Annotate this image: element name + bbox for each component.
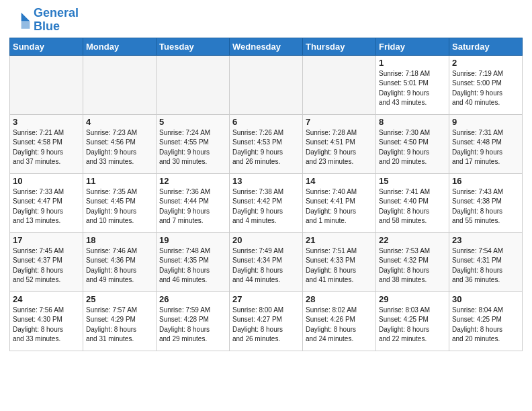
day-cell <box>230 55 303 114</box>
day-info: Sunrise: 7:46 AM Sunset: 4:36 PM Dayligh… <box>86 246 153 285</box>
day-number: 14 <box>306 176 373 186</box>
day-number: 13 <box>232 176 300 186</box>
day-cell: 19Sunrise: 7:48 AM Sunset: 4:35 PM Dayli… <box>157 232 230 291</box>
day-number: 5 <box>159 117 226 127</box>
day-cell: 25Sunrise: 7:57 AM Sunset: 4:29 PM Dayli… <box>83 291 157 351</box>
weekday-monday: Monday <box>83 38 157 55</box>
day-cell: 22Sunrise: 7:53 AM Sunset: 4:32 PM Dayli… <box>376 232 449 291</box>
day-cell: 23Sunrise: 7:54 AM Sunset: 4:31 PM Dayli… <box>449 232 523 291</box>
day-info: Sunrise: 7:26 AM Sunset: 4:53 PM Dayligh… <box>232 128 300 167</box>
day-cell: 28Sunrise: 8:02 AM Sunset: 4:26 PM Dayli… <box>303 291 376 351</box>
day-cell: 13Sunrise: 7:38 AM Sunset: 4:42 PM Dayli… <box>230 173 303 232</box>
day-number: 19 <box>159 235 226 245</box>
day-cell: 9Sunrise: 7:31 AM Sunset: 4:48 PM Daylig… <box>449 114 523 173</box>
page: General Blue SundayMondayTuesdayWednesda… <box>0 0 532 361</box>
day-number: 6 <box>232 117 300 127</box>
day-cell: 27Sunrise: 8:00 AM Sunset: 4:27 PM Dayli… <box>230 291 303 351</box>
day-cell: 2Sunrise: 7:19 AM Sunset: 5:00 PM Daylig… <box>449 55 523 114</box>
day-info: Sunrise: 8:03 AM Sunset: 4:25 PM Dayligh… <box>379 306 446 345</box>
day-cell: 7Sunrise: 7:28 AM Sunset: 4:51 PM Daylig… <box>303 114 376 173</box>
day-number: 9 <box>452 117 519 127</box>
weekday-thursday: Thursday <box>303 38 376 55</box>
day-info: Sunrise: 7:40 AM Sunset: 4:41 PM Dayligh… <box>306 187 373 226</box>
day-number: 11 <box>86 176 153 186</box>
day-cell: 17Sunrise: 7:45 AM Sunset: 4:37 PM Dayli… <box>10 232 83 291</box>
day-number: 7 <box>306 117 373 127</box>
weekday-friday: Friday <box>376 38 449 55</box>
day-info: Sunrise: 7:28 AM Sunset: 4:51 PM Dayligh… <box>306 128 373 167</box>
day-cell: 14Sunrise: 7:40 AM Sunset: 4:41 PM Dayli… <box>303 173 376 232</box>
day-info: Sunrise: 7:48 AM Sunset: 4:35 PM Dayligh… <box>159 246 226 285</box>
svg-marker-0 <box>21 13 30 21</box>
day-number: 15 <box>379 176 446 186</box>
day-info: Sunrise: 8:04 AM Sunset: 4:25 PM Dayligh… <box>452 306 519 345</box>
day-cell: 26Sunrise: 7:59 AM Sunset: 4:28 PM Dayli… <box>157 291 230 351</box>
day-cell: 10Sunrise: 7:33 AM Sunset: 4:47 PM Dayli… <box>10 173 83 232</box>
day-number: 8 <box>379 117 446 127</box>
header: General Blue <box>9 7 523 34</box>
day-cell: 6Sunrise: 7:26 AM Sunset: 4:53 PM Daylig… <box>230 114 303 173</box>
day-info: Sunrise: 7:59 AM Sunset: 4:28 PM Dayligh… <box>159 306 226 345</box>
day-info: Sunrise: 7:43 AM Sunset: 4:38 PM Dayligh… <box>452 187 519 226</box>
day-info: Sunrise: 7:21 AM Sunset: 4:58 PM Dayligh… <box>13 128 80 167</box>
day-number: 12 <box>159 176 226 186</box>
logo-icon <box>9 9 31 31</box>
day-cell <box>157 55 230 114</box>
day-cell: 5Sunrise: 7:24 AM Sunset: 4:55 PM Daylig… <box>157 114 230 173</box>
day-number: 10 <box>13 176 80 186</box>
week-row-0: 1Sunrise: 7:18 AM Sunset: 5:01 PM Daylig… <box>10 55 523 114</box>
day-cell: 8Sunrise: 7:30 AM Sunset: 4:50 PM Daylig… <box>376 114 449 173</box>
day-info: Sunrise: 7:36 AM Sunset: 4:44 PM Dayligh… <box>159 187 226 226</box>
day-info: Sunrise: 8:00 AM Sunset: 4:27 PM Dayligh… <box>232 306 300 345</box>
day-cell <box>10 55 83 114</box>
day-number: 23 <box>452 235 519 245</box>
day-number: 18 <box>86 235 153 245</box>
weekday-sunday: Sunday <box>10 38 83 55</box>
day-cell: 29Sunrise: 8:03 AM Sunset: 4:25 PM Dayli… <box>376 291 449 351</box>
day-cell: 1Sunrise: 7:18 AM Sunset: 5:01 PM Daylig… <box>376 55 449 114</box>
day-info: Sunrise: 8:02 AM Sunset: 4:26 PM Dayligh… <box>306 306 373 345</box>
day-cell: 18Sunrise: 7:46 AM Sunset: 4:36 PM Dayli… <box>83 232 157 291</box>
day-info: Sunrise: 7:19 AM Sunset: 5:00 PM Dayligh… <box>452 69 519 108</box>
day-cell: 30Sunrise: 8:04 AM Sunset: 4:25 PM Dayli… <box>449 291 523 351</box>
day-cell: 15Sunrise: 7:41 AM Sunset: 4:40 PM Dayli… <box>376 173 449 232</box>
day-info: Sunrise: 7:38 AM Sunset: 4:42 PM Dayligh… <box>232 187 300 226</box>
svg-marker-1 <box>21 21 30 28</box>
day-info: Sunrise: 7:54 AM Sunset: 4:31 PM Dayligh… <box>452 246 519 285</box>
day-info: Sunrise: 7:35 AM Sunset: 4:45 PM Dayligh… <box>86 187 153 226</box>
day-info: Sunrise: 7:31 AM Sunset: 4:48 PM Dayligh… <box>452 128 519 167</box>
day-info: Sunrise: 7:45 AM Sunset: 4:37 PM Dayligh… <box>13 246 80 285</box>
day-info: Sunrise: 7:57 AM Sunset: 4:29 PM Dayligh… <box>86 306 153 345</box>
day-info: Sunrise: 7:24 AM Sunset: 4:55 PM Dayligh… <box>159 128 226 167</box>
day-number: 29 <box>379 294 446 304</box>
week-row-4: 24Sunrise: 7:56 AM Sunset: 4:30 PM Dayli… <box>10 291 523 351</box>
day-number: 3 <box>13 117 80 127</box>
day-number: 20 <box>232 235 300 245</box>
day-number: 25 <box>86 294 153 304</box>
week-row-2: 10Sunrise: 7:33 AM Sunset: 4:47 PM Dayli… <box>10 173 523 232</box>
weekday-header-row: SundayMondayTuesdayWednesdayThursdayFrid… <box>10 38 523 55</box>
day-cell: 20Sunrise: 7:49 AM Sunset: 4:34 PM Dayli… <box>230 232 303 291</box>
day-info: Sunrise: 7:51 AM Sunset: 4:33 PM Dayligh… <box>306 246 373 285</box>
day-cell: 21Sunrise: 7:51 AM Sunset: 4:33 PM Dayli… <box>303 232 376 291</box>
day-number: 1 <box>379 58 446 68</box>
day-number: 24 <box>13 294 80 304</box>
day-cell <box>303 55 376 114</box>
day-info: Sunrise: 7:18 AM Sunset: 5:01 PM Dayligh… <box>379 69 446 108</box>
day-cell: 4Sunrise: 7:23 AM Sunset: 4:56 PM Daylig… <box>83 114 157 173</box>
day-number: 30 <box>452 294 519 304</box>
day-number: 16 <box>452 176 519 186</box>
day-number: 26 <box>159 294 226 304</box>
day-number: 27 <box>232 294 300 304</box>
day-cell: 16Sunrise: 7:43 AM Sunset: 4:38 PM Dayli… <box>449 173 523 232</box>
day-cell <box>83 55 157 114</box>
day-info: Sunrise: 7:41 AM Sunset: 4:40 PM Dayligh… <box>379 187 446 226</box>
day-number: 17 <box>13 235 80 245</box>
day-number: 22 <box>379 235 446 245</box>
day-cell: 3Sunrise: 7:21 AM Sunset: 4:58 PM Daylig… <box>10 114 83 173</box>
weekday-tuesday: Tuesday <box>157 38 230 55</box>
day-info: Sunrise: 7:30 AM Sunset: 4:50 PM Dayligh… <box>379 128 446 167</box>
day-cell: 24Sunrise: 7:56 AM Sunset: 4:30 PM Dayli… <box>10 291 83 351</box>
logo: General Blue <box>9 7 79 34</box>
logo-text: General Blue <box>34 7 79 34</box>
